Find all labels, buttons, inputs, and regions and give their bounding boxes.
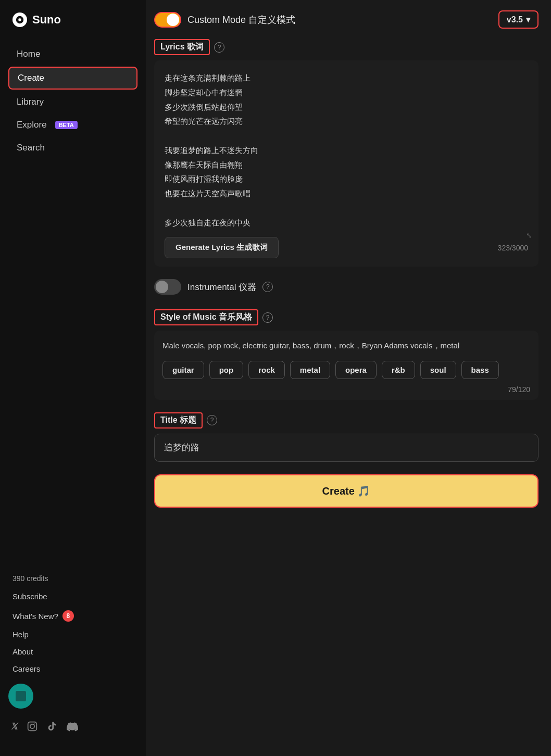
instrumental-help-icon[interactable]: ?	[262, 282, 273, 292]
style-section: Style of Music 音乐风格 ? Male vocals, pop r…	[154, 309, 539, 400]
style-tag[interactable]: rock	[248, 361, 285, 379]
instrumental-label: Instrumental 仪器	[187, 281, 256, 293]
style-help-icon[interactable]: ?	[262, 312, 273, 323]
style-label: Style of Music 音乐风格	[154, 309, 258, 325]
title-input[interactable]	[154, 434, 539, 462]
style-tag[interactable]: soul	[420, 361, 456, 379]
custom-mode-toggle-area: Custom Mode 自定义模式	[154, 12, 295, 28]
style-tags: guitarpoprockmetaloperar&bsoulbass	[162, 361, 530, 379]
style-tag[interactable]: pop	[209, 361, 244, 379]
careers-link[interactable]: Careers	[8, 662, 137, 675]
whats-new-button[interactable]: What's New? 8	[8, 608, 137, 624]
help-link[interactable]: Help	[8, 628, 137, 641]
svg-point-1	[18, 18, 21, 21]
about-link[interactable]: About	[8, 645, 137, 658]
logo-area: Suno	[8, 12, 137, 27]
style-char-count: 79/120	[508, 385, 530, 394]
notification-badge: 8	[62, 610, 74, 622]
suno-logo-icon	[12, 12, 27, 27]
title-section-label: Title 标题 ?	[154, 412, 539, 429]
nav-items: Home Create Library Explore BETA Search	[8, 44, 137, 572]
lyrics-char-count: 323/3000	[498, 244, 528, 252]
logo-text: Suno	[32, 13, 61, 27]
title-section: Title 标题 ?	[154, 412, 539, 462]
sidebar-item-library[interactable]: Library	[8, 92, 137, 112]
custom-mode-label: Custom Mode 自定义模式	[187, 14, 295, 26]
resize-icon: ⤡	[526, 231, 532, 240]
avatar[interactable]	[8, 684, 33, 709]
lyrics-label: Lyrics 歌词	[154, 39, 210, 55]
generate-lyrics-button[interactable]: Generate Lyrics 生成歌词	[165, 237, 279, 258]
twitter-icon[interactable]: 𝕏	[10, 721, 18, 735]
lyrics-box: 走在这条充满荆棘的路上 脚步坚定却心中有迷惘 多少次跌倒后站起仰望 希望的光芒在…	[154, 60, 539, 267]
version-label: v3.5	[507, 15, 523, 24]
title-help-icon[interactable]: ?	[207, 415, 217, 425]
credits-display: 390 credits	[8, 572, 137, 585]
beta-badge: BETA	[55, 121, 78, 129]
tiktok-icon[interactable]	[47, 721, 57, 735]
lyrics-help-icon[interactable]: ?	[214, 42, 224, 53]
version-button[interactable]: v3.5 ▾	[498, 10, 539, 29]
top-bar: Custom Mode 自定义模式 v3.5 ▾	[154, 10, 539, 29]
sidebar-item-home[interactable]: Home	[8, 44, 137, 65]
sidebar-item-search[interactable]: Search	[8, 137, 137, 158]
style-tag[interactable]: bass	[461, 361, 499, 379]
sidebar-item-create[interactable]: Create	[8, 67, 137, 90]
style-tag[interactable]: guitar	[162, 361, 204, 379]
discord-icon[interactable]	[67, 721, 78, 735]
instagram-icon[interactable]	[27, 721, 37, 735]
lyrics-footer: Generate Lyrics 生成歌词 323/3000	[165, 237, 528, 258]
avatar-inner	[16, 691, 26, 701]
instrumental-toggle[interactable]	[154, 279, 181, 295]
chevron-down-icon: ▾	[526, 15, 530, 24]
style-tag[interactable]: opera	[335, 361, 377, 379]
style-footer: 79/120	[162, 385, 530, 394]
subscribe-button[interactable]: Subscribe	[8, 589, 137, 604]
custom-mode-toggle[interactable]	[154, 12, 181, 28]
lyrics-section-label: Lyrics 歌词 ?	[154, 39, 539, 55]
svg-rect-2	[28, 722, 37, 731]
lyrics-text: 走在这条充满荆棘的路上 脚步坚定却心中有迷惘 多少次跌倒后站起仰望 希望的光芒在…	[165, 71, 528, 230]
social-icons-row: 𝕏	[8, 717, 137, 735]
create-button[interactable]: Create 🎵	[154, 474, 539, 508]
instrumental-knob	[156, 281, 168, 293]
style-box: Male vocals, pop rock, electric guitar, …	[154, 331, 539, 400]
sidebar-item-explore[interactable]: Explore BETA	[8, 115, 137, 135]
style-tag[interactable]: metal	[290, 361, 330, 379]
create-button-label: Create 🎵	[322, 485, 371, 497]
svg-point-3	[30, 724, 34, 728]
sidebar-bottom: 390 credits Subscribe What's New? 8 Help…	[8, 572, 137, 744]
main-content: Custom Mode 自定义模式 v3.5 ▾ Lyrics 歌词 ? 走在这…	[146, 0, 551, 756]
style-text: Male vocals, pop rock, electric guitar, …	[162, 339, 530, 352]
style-section-label: Style of Music 音乐风格 ?	[154, 309, 539, 325]
toggle-knob	[167, 14, 179, 26]
svg-point-4	[34, 724, 35, 725]
title-label: Title 标题	[154, 412, 203, 429]
sidebar: Suno Home Create Library Explore BETA Se…	[0, 0, 146, 756]
instrumental-row: Instrumental 仪器 ?	[154, 277, 539, 297]
style-tag[interactable]: r&b	[382, 361, 415, 379]
